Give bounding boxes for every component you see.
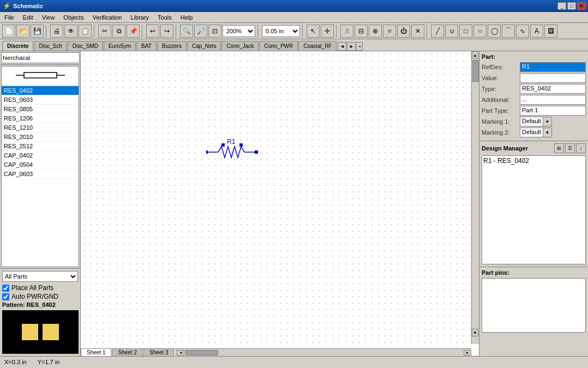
place-all-parts-checkbox[interactable] [2,285,9,292]
lib-tab-bat[interactable]: BAT [136,41,157,51]
cut-button[interactable]: ✂ [98,25,111,38]
list-item[interactable]: CAP_0402 [2,151,79,160]
scroll-up-button[interactable]: ▲ [472,51,478,59]
lib-tab-coaxial[interactable]: Coaxial_RF [298,41,337,51]
copy-button[interactable]: ⧉ [112,25,125,38]
bus-button[interactable]: ⊟ [355,25,368,38]
list-item[interactable]: RES_1206 [2,114,79,123]
menu-objects[interactable]: Objects [59,13,88,22]
scroll-down-button[interactable]: ▼ [472,329,478,336]
sheet-tab-3[interactable]: Sheet 3 [143,348,174,356]
sheet-tab-2[interactable]: Sheet 2 [112,348,142,356]
list-item[interactable]: RES_0805 [2,105,79,114]
horizontal-scrollbar[interactable]: ◄ ► [175,348,471,356]
resistor-component[interactable]: R1 [206,138,272,166]
prop-refdes-value[interactable]: R1 [520,62,586,72]
lib-tab-next[interactable]: ► [347,42,356,51]
lib-tab-prev[interactable]: ◄ [338,42,346,51]
menu-edit[interactable]: Edit [19,13,38,22]
list-item[interactable]: RES_2512 [2,142,79,151]
lib-tab-conn-pwr[interactable]: Conn_PWR [259,41,298,51]
canvas-area[interactable]: R1 ▲ ▼ Sheet 1 Sheet 2 Sheet 3 ◄ ► [81,51,479,356]
scroll-right-button[interactable]: ► [464,350,471,355]
zoom-fit-button[interactable]: ⊡ [208,25,221,38]
lib-tab-discrete[interactable]: Discrete [2,41,33,51]
menu-library[interactable]: Library [126,13,153,22]
junction-button[interactable]: ⊕ [369,25,382,38]
list-item[interactable]: RES_0603 [2,95,79,105]
undo-button[interactable]: ↩ [146,25,159,38]
prop-marking1-btn[interactable]: ▼ [543,117,552,126]
left-bottom: All Parts Placed Parts Unplaced Parts Pl… [0,268,80,356]
lib-tab-conn-jack[interactable]: Conn_Jack [221,41,259,51]
list-item[interactable]: RES_0402 [2,86,79,95]
scroll-left-button[interactable]: ◄ [177,350,184,355]
prop-parttype-value[interactable]: Part 1 [520,106,586,116]
zoom-select[interactable]: 200%100%50% [223,25,255,37]
search-input[interactable] [1,52,80,63]
lib-tab-disc-smd[interactable]: Disc_SMD [68,41,103,51]
menu-view[interactable]: View [38,13,59,22]
dm-icon-sort[interactable]: ↕ [576,143,586,153]
horizontal-scrollbar-thumb[interactable] [185,350,218,355]
wire-button[interactable]: ⎍ [340,25,353,38]
auto-pwr-gnd-checkbox[interactable] [2,293,9,300]
dm-icon-list[interactable]: ☰ [565,143,575,153]
ellipse-button[interactable]: ◯ [488,25,501,38]
sheet-tab-1[interactable]: Sheet 1 [81,348,111,356]
paste-button[interactable]: 📌 [127,25,140,38]
arc-button[interactable]: ⌒ [502,25,515,38]
zoom-in-button[interactable]: 🔍 [180,25,193,38]
lib-tab-cap-nets[interactable]: Cap_Nets [187,41,221,51]
parts-filter-dropdown[interactable]: All Parts Placed Parts Unplaced Parts [2,271,78,282]
line-button[interactable]: ╱ [431,25,444,38]
lib-tab-end[interactable]: ▪ [356,42,363,51]
unit-select[interactable]: 0.05 in0.1 in [262,25,300,37]
select-button[interactable]: ↖ [307,25,320,38]
list-item[interactable]: RES_1210 [2,123,79,132]
lib-tab-disc-sch[interactable]: Disc_Sch [34,41,67,51]
rect-button[interactable]: □ [459,25,472,38]
lib-tab-buzzers[interactable]: Buzzers [157,41,187,51]
prop-marking2-btn[interactable]: ▼ [543,128,552,137]
prop-value-value[interactable] [520,73,586,83]
cross-button[interactable]: ✛ [321,25,334,38]
export-button[interactable]: 📋 [79,25,92,38]
redo-button[interactable]: ↪ [160,25,173,38]
canvas-grid[interactable]: R1 [81,51,479,356]
zoom-out-button[interactable]: 🔎 [194,25,207,38]
netlabel-button[interactable]: ⌗ [383,25,396,38]
curve-button[interactable]: ∪ [445,25,458,38]
list-item[interactable]: CAP_0603 [2,170,79,179]
wave-button[interactable]: ∿ [516,25,529,38]
image-button[interactable]: 🖼 [544,25,557,38]
noconnect-button[interactable]: ✕ [411,25,424,38]
circle-button[interactable]: ○ [473,25,487,38]
dm-icon-grid[interactable]: ⊞ [554,143,564,153]
minimize-button[interactable]: _ [557,2,566,10]
menu-help[interactable]: Help [176,13,197,22]
lib-tab-eurosym[interactable]: EuroSym [104,41,136,51]
prop-type-value[interactable]: RES_0402 [520,84,586,94]
menu-file[interactable]: File [0,13,19,22]
close-button[interactable]: ✕ [577,2,586,10]
text-button[interactable]: A [530,25,543,38]
list-item[interactable]: CAP_0504 [2,160,79,170]
vertical-scrollbar[interactable]: ▲ ▼ [471,51,479,344]
maximize-button[interactable]: □ [567,2,576,10]
design-manager-item[interactable]: R1 - RES_0402 [483,157,529,165]
prop-marking2-value[interactable]: Default [520,128,543,137]
vertical-scrollbar-thumb[interactable] [472,60,479,82]
prop-additional-value[interactable]: ... [520,95,586,105]
new-button[interactable]: 📄 [2,25,15,38]
open-button[interactable]: 📂 [16,25,29,38]
preview-button[interactable]: 👁 [64,25,77,38]
prop-marking1-value[interactable]: Default [520,117,543,126]
menu-verification[interactable]: Verification [88,13,127,22]
menu-tools[interactable]: Tools [153,13,176,22]
print-button[interactable]: 🖨 [50,25,63,38]
list-item[interactable]: RES_2010 [2,132,79,142]
save-button[interactable]: 💾 [31,25,44,38]
text-icon: A [535,27,539,35]
power-button[interactable]: ⏻ [397,25,410,38]
